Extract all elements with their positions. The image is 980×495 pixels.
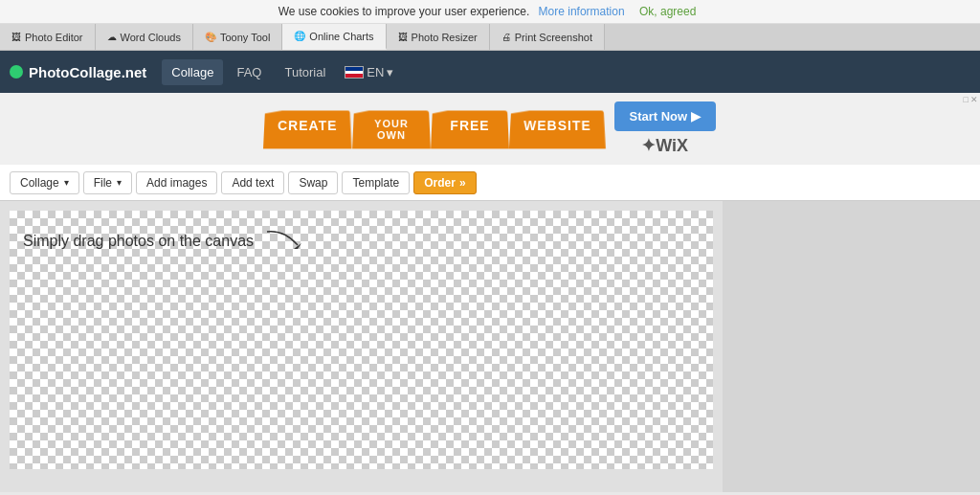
toony-tool-icon: 🎨 [205, 32, 216, 42]
tab-word-clouds[interactable]: ☁ Word Clouds [96, 24, 193, 50]
right-panel [723, 201, 980, 492]
ad-folder-your-own: YOUROWN [352, 110, 431, 148]
tab-toony-tool[interactable]: 🎨 Toony Tool [193, 24, 282, 50]
site-nav: PhotoCollage.net Collage FAQ Tutorial EN… [0, 51, 980, 93]
swap-button[interactable]: Swap [288, 171, 338, 194]
logo[interactable]: PhotoCollage.net [10, 64, 146, 80]
order-button[interactable]: Order » [413, 171, 476, 194]
flag-icon [345, 66, 364, 79]
arrow-hint-icon [265, 228, 303, 255]
canvas[interactable]: Simply drag photos on the canvas [10, 211, 713, 469]
logo-text: PhotoCollage.net [29, 64, 146, 80]
ad-wix-area: Start Now ▶ ✦WiX [614, 101, 716, 156]
add-text-button[interactable]: Add text [221, 171, 284, 194]
template-button[interactable]: Template [342, 171, 410, 194]
ad-banner: CREATE YOUROWN FREE WEBSITE Start Now ▶ … [0, 93, 980, 165]
toolbar: Collage File Add images Add text Swap Te… [0, 165, 980, 201]
cookie-bar: We use cookies to improve your user expe… [0, 0, 980, 24]
more-info-link[interactable]: More information [539, 5, 625, 18]
main-area: Simply drag photos on the canvas [0, 201, 980, 492]
tab-photo-resizer[interactable]: 🖼 Photo Resizer [387, 24, 490, 50]
photo-editor-icon: 🖼 [11, 32, 21, 42]
start-now-button[interactable]: Start Now ▶ [614, 101, 716, 131]
nav-tutorial[interactable]: Tutorial [275, 59, 335, 85]
photo-resizer-icon: 🖼 [398, 32, 408, 42]
ad-inner: CREATE YOUROWN FREE WEBSITE Start Now ▶ … [264, 101, 716, 156]
ad-folder-free: FREE [431, 110, 509, 148]
logo-dot [10, 65, 23, 79]
browser-tab-bar: 🖼 Photo Editor ☁ Word Clouds 🎨 Toony Too… [0, 24, 980, 51]
ad-corner: □ ✕ [964, 95, 978, 104]
agreed-link[interactable]: Ok, agreed [639, 5, 696, 18]
file-button[interactable]: File [83, 171, 132, 194]
ad-collapse-icon[interactable]: □ [964, 95, 969, 104]
nav-faq[interactable]: FAQ [227, 59, 271, 85]
tab-photo-editor[interactable]: 🖼 Photo Editor [0, 24, 96, 50]
lang-label: EN [367, 65, 384, 79]
print-screenshot-icon: 🖨 [501, 32, 511, 42]
add-images-button[interactable]: Add images [136, 171, 217, 194]
nav-collage[interactable]: Collage [162, 59, 223, 85]
word-clouds-icon: ☁ [107, 32, 117, 42]
order-icon: » [459, 176, 466, 190]
collage-button[interactable]: Collage [10, 171, 79, 194]
canvas-wrapper: Simply drag photos on the canvas [0, 201, 723, 492]
wix-logo: ✦WiX [641, 135, 688, 156]
ad-folder-create: CREATE [263, 110, 352, 148]
tab-online-charts[interactable]: 🌐 Online Charts [282, 24, 386, 50]
lang-dropdown-icon: ▾ [387, 65, 393, 79]
ad-folder-website: WEBSITE [509, 110, 606, 148]
language-selector[interactable]: EN ▾ [339, 61, 399, 83]
ad-close-icon[interactable]: ✕ [970, 95, 978, 104]
online-charts-icon: 🌐 [294, 31, 305, 41]
canvas-hint: Simply drag photos on the canvas [23, 228, 303, 255]
cookie-text: We use cookies to improve your user expe… [278, 5, 530, 18]
tab-print-screenshot[interactable]: 🖨 Print Screenshot [490, 24, 605, 50]
ad-folders: CREATE YOUROWN FREE WEBSITE [264, 110, 604, 148]
